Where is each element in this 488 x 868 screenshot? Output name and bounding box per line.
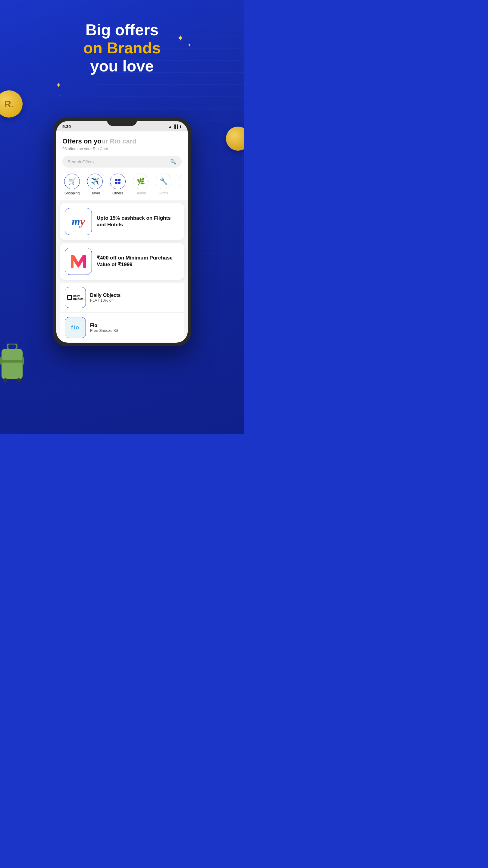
travel-icon: ✈️ (87, 174, 103, 189)
sparkle-icon-5: ✦ (59, 93, 61, 97)
svg-point-3 (3, 378, 7, 382)
offer-cards-section: my Upto 15% cashback on Flights and Hote… (56, 203, 188, 342)
hero-line2: on Brands (0, 39, 244, 57)
svg-text:i: i (119, 182, 119, 184)
status-icons: ▲ ▐▐ ▮ (168, 124, 182, 129)
svg-rect-8 (118, 179, 121, 181)
mmt-offer-text: Upto 15% cashback on Flights and Hotels (97, 215, 179, 228)
category-home[interactable]: 🔧 Home (154, 174, 173, 195)
svg-rect-1 (1, 349, 23, 379)
offer-row-daily[interactable]: DailyObjects Daily Objects FLAT 10% off (60, 283, 184, 312)
battery-icon: ▮ (180, 124, 182, 129)
status-time: 9:30 (62, 124, 71, 129)
hero-line3: you love (0, 57, 244, 75)
category-label-shopping: Shopping (64, 191, 80, 195)
hero-section: Big offers on Brands you love (0, 21, 244, 75)
category-entertainment[interactable]: 🎮 En... (177, 174, 182, 195)
search-bar[interactable]: Search Offers 🔍 (62, 156, 182, 167)
svg-point-4 (17, 378, 21, 382)
svg-rect-7 (115, 179, 118, 181)
flo-offer-text: Flo Free Snooze Kit (90, 323, 118, 333)
category-label-others: Others (112, 191, 123, 195)
svg-rect-6 (22, 357, 24, 365)
daily-logo: DailyObjects (65, 287, 86, 308)
sparkle-icon-3: ✦ (56, 82, 61, 89)
search-icon: 🔍 (170, 159, 176, 164)
flo-logo-text: flo (65, 317, 86, 338)
phone-screen: 9:30 ▲ ▐▐ ▮ Offers on your Rio card 98 o… (56, 121, 188, 343)
app-title: Offers on your Rio card (62, 137, 182, 145)
offer-row-flo[interactable]: flo Flo Free Snooze Kit (60, 313, 184, 342)
offer-card-meesho[interactable]: ₹400 off on Minimum Purchase Value of ₹1… (60, 243, 184, 280)
meesho-offer-title: ₹400 off on Minimum Purchase Value of ₹1… (97, 255, 179, 268)
flo-offer-title: Flo (90, 323, 118, 328)
category-label-home: Home (159, 191, 168, 195)
category-others[interactable]: i Others (108, 174, 127, 195)
flo-offer-sub: Free Snooze Kit (90, 328, 118, 333)
daily-offer-text: Daily Objects FLAT 10% off (90, 293, 121, 303)
phone-mockup: 9:30 ▲ ▐▐ ▮ Offers on your Rio card 98 o… (53, 118, 191, 346)
background: ✦ ✦ ✦ · ✦ R. Big offers on Brands you lo (0, 0, 244, 434)
daily-offer-sub: FLAT 10% off (90, 298, 121, 303)
meesho-offer-text: ₹400 off on Minimum Purchase Value of ₹1… (97, 255, 179, 268)
suitcase-decoration (0, 344, 36, 404)
category-tabs: 🛒 Shopping ✈️ Travel (62, 174, 182, 200)
svg-rect-5 (0, 357, 2, 365)
coin-left: R. (0, 90, 23, 118)
category-label-travel: Travel (90, 191, 100, 195)
svg-rect-2 (1, 360, 23, 363)
phone-notch (107, 118, 137, 126)
svg-rect-0 (7, 344, 17, 350)
daily-offer-title: Daily Objects (90, 293, 121, 298)
sparkle-icon-4: · (50, 89, 51, 93)
mmt-logo-text: my (72, 216, 85, 227)
search-placeholder: Search Offers (68, 159, 94, 164)
mmt-logo: my (65, 208, 92, 235)
hero-line1: Big offers (0, 21, 244, 39)
app-subtitle: 98 offers on your Rio Card (62, 147, 182, 151)
wifi-icon: ▲ (168, 124, 172, 129)
flo-logo: flo (65, 317, 86, 338)
home-icon: 🔧 (156, 174, 171, 189)
coin-right (226, 127, 244, 151)
signal-icon: ▐▐ (173, 124, 178, 129)
category-label-health: Health (135, 191, 146, 195)
offer-card-mmt[interactable]: my Upto 15% cashback on Flights and Hote… (60, 203, 184, 240)
shopping-icon: 🛒 (64, 174, 80, 189)
app-content: Offers on your Rio card 98 offers on you… (56, 131, 188, 200)
meesho-logo (65, 248, 92, 275)
mmt-offer-title: Upto 15% cashback on Flights and Hotels (97, 215, 179, 228)
category-travel[interactable]: ✈️ Travel (85, 174, 104, 195)
entertainment-icon: 🎮 (178, 174, 182, 189)
others-icon: i (110, 174, 126, 189)
category-health[interactable]: 🌿 Health (131, 174, 150, 195)
svg-rect-9 (115, 182, 118, 184)
phone-frame: 9:30 ▲ ▐▐ ▮ Offers on your Rio card 98 o… (53, 118, 191, 346)
health-icon: 🌿 (133, 174, 149, 189)
category-shopping[interactable]: 🛒 Shopping (62, 174, 82, 195)
